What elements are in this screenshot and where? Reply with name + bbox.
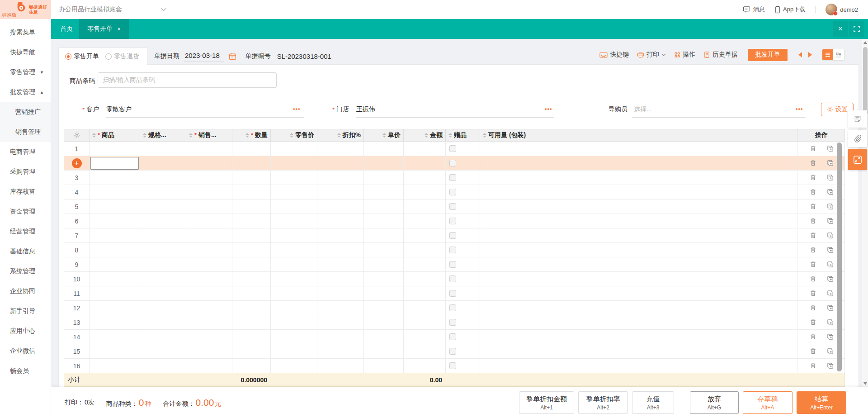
column-header-零售价[interactable]: 零售价: [271, 129, 317, 141]
row-data-cell[interactable]: [90, 272, 140, 286]
delete-row-button[interactable]: [809, 159, 817, 167]
row-data-cell[interactable]: [446, 228, 480, 242]
sidebar-item-库存核算[interactable]: 库存核算: [0, 182, 51, 202]
column-settings-header[interactable]: [64, 129, 90, 141]
shortcut-keys-button[interactable]: 快捷键: [599, 51, 629, 59]
sidebar-item-零售管理[interactable]: 零售管理▼: [0, 62, 51, 82]
row-data-cell[interactable]: [186, 344, 232, 358]
add-row-button[interactable]: +: [72, 158, 82, 168]
sort-icon[interactable]: [483, 133, 486, 138]
radio-retail-billing[interactable]: 零售开单: [65, 52, 99, 61]
row-data-cell[interactable]: [404, 257, 446, 271]
column-header-数量[interactable]: *数量: [232, 129, 271, 141]
copy-row-button[interactable]: [826, 246, 834, 254]
row-data-cell[interactable]: [232, 228, 271, 242]
row-data-cell[interactable]: [480, 315, 797, 329]
row-data-cell[interactable]: [140, 228, 186, 242]
row-data-cell[interactable]: [271, 315, 317, 329]
row-data-cell[interactable]: [232, 171, 271, 185]
row-data-cell[interactable]: [271, 185, 317, 199]
copy-row-button[interactable]: [826, 362, 834, 370]
footer-button-充值[interactable]: 充值Alt+3: [632, 391, 674, 414]
row-data-cell[interactable]: [140, 315, 186, 329]
gift-checkbox[interactable]: [449, 189, 456, 195]
row-data-cell[interactable]: [404, 272, 446, 286]
row-data-cell[interactable]: [404, 156, 446, 170]
row-data-cell[interactable]: [480, 243, 797, 257]
column-header-单价[interactable]: 单价: [364, 129, 404, 141]
sidebar-item-批发管理[interactable]: 批发管理▲: [0, 82, 51, 102]
row-data-cell[interactable]: [140, 156, 186, 170]
row-data-cell[interactable]: [140, 257, 186, 271]
copy-row-button[interactable]: [826, 217, 834, 225]
delete-row-button[interactable]: [809, 304, 817, 312]
row-data-cell[interactable]: [404, 228, 446, 242]
row-data-cell[interactable]: [446, 359, 480, 373]
customer-field[interactable]: * 客户 零散客户: [82, 105, 132, 114]
sidebar-item-畅会员[interactable]: 畅会员: [0, 361, 51, 381]
row-data-cell[interactable]: [317, 359, 364, 373]
column-header-金额[interactable]: 金额: [404, 129, 446, 141]
row-data-cell[interactable]: [317, 243, 364, 257]
row-data-cell[interactable]: [232, 315, 271, 329]
row-data-cell[interactable]: [90, 286, 140, 300]
row-data-cell[interactable]: [232, 243, 271, 257]
row-data-cell[interactable]: [364, 185, 404, 199]
row-data-cell[interactable]: [271, 243, 317, 257]
row-data-cell[interactable]: [317, 214, 364, 228]
row-data-cell[interactable]: [186, 257, 232, 271]
row-data-cell[interactable]: [364, 228, 404, 242]
scroll-up-icon[interactable]: [863, 41, 867, 44]
row-data-cell[interactable]: [186, 171, 232, 185]
sidebar-item-营销推广[interactable]: 营销推广: [0, 102, 51, 122]
attachment-button[interactable]: [848, 130, 867, 147]
row-data-cell[interactable]: [404, 214, 446, 228]
sort-icon[interactable]: [290, 133, 293, 138]
row-data-cell[interactable]: [271, 330, 317, 344]
gift-checkbox[interactable]: [449, 319, 456, 326]
sidebar-item-系统管理[interactable]: 系统管理: [0, 261, 51, 281]
row-data-cell[interactable]: [480, 156, 797, 170]
row-data-cell[interactable]: [404, 301, 446, 315]
draft-button[interactable]: [848, 110, 867, 128]
delete-row-button[interactable]: [809, 145, 817, 153]
row-data-cell[interactable]: [404, 359, 446, 373]
row-data-cell[interactable]: [232, 185, 271, 199]
row-data-cell[interactable]: [140, 301, 186, 315]
column-header-操作[interactable]: 操作: [797, 129, 845, 141]
gift-checkbox[interactable]: [449, 218, 456, 224]
row-data-cell[interactable]: [480, 142, 797, 156]
sidebar-item-快捷导航[interactable]: 快捷导航: [0, 43, 51, 62]
gift-checkbox[interactable]: [449, 232, 456, 239]
row-data-cell[interactable]: [90, 185, 140, 199]
gift-checkbox[interactable]: [449, 174, 456, 181]
row-data-cell[interactable]: [186, 359, 232, 373]
row-data-cell[interactable]: [446, 171, 480, 185]
row-data-cell[interactable]: [140, 344, 186, 358]
row-data-cell[interactable]: [232, 156, 271, 170]
next-arrow-icon[interactable]: [808, 52, 812, 57]
store-field[interactable]: * 门店 王振伟: [332, 105, 375, 114]
row-data-cell[interactable]: [364, 257, 404, 271]
expand-button[interactable]: [848, 149, 867, 170]
tab-home[interactable]: 首页: [52, 19, 81, 39]
copy-row-button[interactable]: [826, 304, 834, 312]
fullscreen-button[interactable]: [849, 21, 864, 37]
row-data-cell[interactable]: [364, 243, 404, 257]
row-data-cell[interactable]: [446, 330, 480, 344]
guide-picker-dots[interactable]: •••: [796, 105, 803, 112]
row-data-cell[interactable]: [186, 228, 232, 242]
row-data-cell[interactable]: [480, 171, 797, 185]
copy-row-button[interactable]: [826, 275, 834, 283]
wholesale-billing-button[interactable]: 批发开单: [748, 49, 788, 61]
sidebar-item-新手引导[interactable]: 新手引导: [0, 301, 51, 321]
row-data-cell[interactable]: [90, 315, 140, 329]
row-data-cell[interactable]: [271, 272, 317, 286]
row-data-cell[interactable]: [480, 228, 797, 242]
row-data-cell[interactable]: [90, 330, 140, 344]
copy-row-button[interactable]: [826, 347, 834, 356]
row-data-cell[interactable]: [271, 142, 317, 156]
row-data-cell[interactable]: [232, 200, 271, 214]
row-data-cell[interactable]: [186, 200, 232, 214]
delete-row-button[interactable]: [809, 188, 817, 196]
